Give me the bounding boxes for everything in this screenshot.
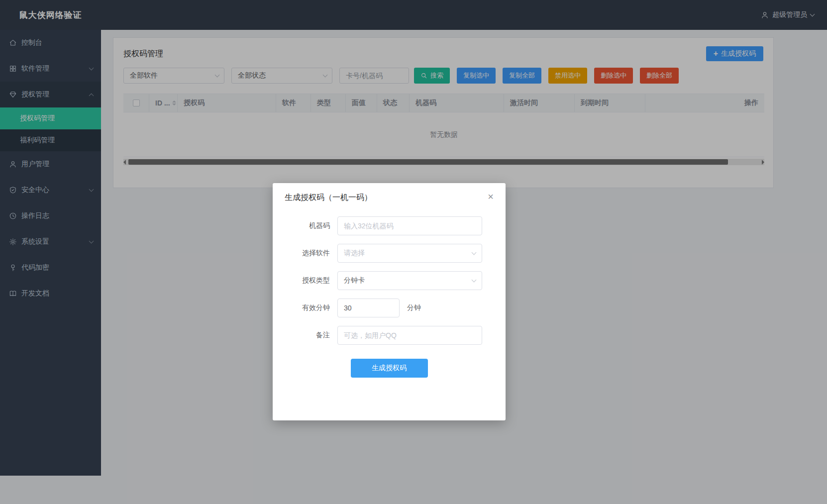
software-select[interactable]: 请选择: [337, 244, 482, 263]
generate-authcode-modal: 生成授权码（一机一码） × 机器码 选择软件 请选择 授权类型 分钟卡 有效分钟…: [273, 183, 506, 420]
modal-generate-button[interactable]: 生成授权码: [351, 359, 428, 378]
modal-title: 生成授权码（一机一码）: [285, 193, 372, 202]
machine-code-label: 机器码: [273, 221, 337, 230]
valid-minutes-label: 有效分钟: [273, 303, 337, 312]
software-select-label: 选择软件: [273, 249, 337, 258]
machine-code-input[interactable]: [337, 216, 482, 235]
close-icon[interactable]: ×: [485, 191, 497, 202]
chevron-down-icon: [472, 278, 477, 283]
remark-label: 备注: [273, 331, 337, 340]
auth-type-select[interactable]: 分钟卡: [337, 271, 482, 290]
auth-type-label: 授权类型: [273, 276, 337, 285]
chevron-down-icon: [472, 250, 477, 255]
valid-minutes-input[interactable]: [337, 299, 400, 317]
remark-input[interactable]: [337, 326, 482, 345]
minutes-suffix-label: 分钟: [407, 303, 421, 312]
